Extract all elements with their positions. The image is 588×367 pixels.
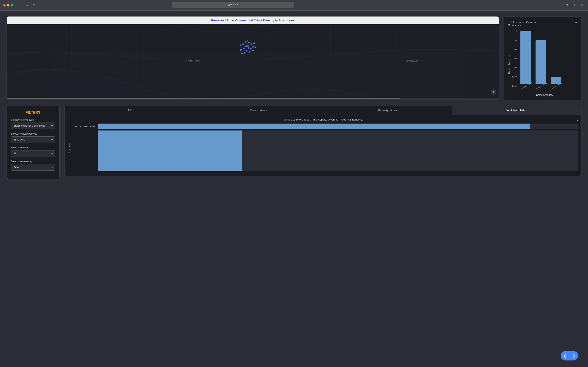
window-controls [3, 4, 13, 7]
address-bar[interactable] [172, 2, 294, 8]
map-title: Break and Enter Commercial Crime Density… [211, 18, 295, 22]
crime-dot [249, 51, 250, 53]
crime-dot [247, 45, 249, 47]
crime-dot [244, 52, 245, 54]
filter-neighborhood-label: Select the neighborhood [11, 132, 55, 135]
prev-arrow-button[interactable]: ❮ [561, 351, 570, 360]
y-axis-ticks: 1,200 1,000 800 600 400 200 0 [512, 30, 517, 87]
forward-button[interactable]: › [25, 2, 30, 8]
weekday-select[interactable]: Select... MondayTuesdayWednesday Thursda… [11, 164, 55, 171]
crime-dot [246, 50, 247, 52]
crime-dot [253, 42, 255, 44]
map-scrollbar-thumb [7, 98, 400, 99]
crime-y-axis-label: Crime types [68, 124, 70, 173]
filter-month: Select the month All JanuaryFebruaryMarc… [11, 146, 55, 157]
y-tick: 1,000 [512, 76, 517, 78]
bar-group-vehicle: Vehicle collision [550, 77, 562, 87]
h-bar-track-fatal [98, 124, 578, 129]
chart-area: Number of crime cases 1,200 1,000 800 60… [508, 30, 577, 96]
filter-crime-type-label: Select the crime type [11, 118, 55, 121]
crime-tabs: All Violent crimes Property crimes Vehic… [65, 106, 581, 115]
new-tab-button[interactable]: ＋ [572, 2, 577, 8]
filter-crime-type: Select the crime type Break and Enter Co… [11, 118, 55, 129]
crime-dot [252, 50, 254, 51]
crime-dot [248, 42, 250, 43]
h-bar-row-fatal: Vehicle collision, Fatal – [72, 124, 578, 129]
shield-icon: 🛡 [33, 4, 35, 7]
crime-chart-content: Vehicle collision: Total Crime Reports b… [65, 115, 581, 176]
bar-violent-crimes [536, 40, 546, 84]
chart-title: Total Reported Crimes in Strathcona [508, 21, 549, 27]
bar-group-property: Property crimes [520, 31, 532, 87]
crime-dot [251, 43, 252, 45]
crime-dot [254, 47, 256, 48]
crime-chart-panel: All Violent crimes Property crimes Vehic… [65, 106, 581, 176]
y-tick: 0 [516, 30, 517, 32]
map-label-vancouver: VANCOUVER [183, 59, 204, 63]
h-bar-label-fatal: Vehicle collision, Fatal – [72, 125, 96, 128]
browser-navigation: ‹ › [17, 2, 30, 8]
crime-dot [243, 48, 245, 49]
bottom-row: FILTERS Select the crime type Break and … [7, 106, 581, 179]
browser-chrome: ‹ › 🛡 ⬆ ＋ ⊞ [0, 0, 588, 11]
filter-neighborhood: Select the neighborhood Strathcona Downt… [11, 132, 55, 143]
crime-dot [245, 45, 247, 47]
filters-panel: FILTERS Select the crime type Break and … [7, 106, 60, 179]
crime-dot [240, 49, 242, 51]
tab-all[interactable]: All [65, 106, 194, 115]
y-axis-label-container: Number of crime cases [508, 30, 511, 96]
h-bar-row-injury [72, 131, 578, 171]
tab-violent-crimes[interactable]: Violent crimes [194, 106, 323, 115]
back-button[interactable]: ‹ [17, 2, 23, 8]
main-content: Break and Enter Commercial Crime Density… [0, 11, 588, 185]
y-axis-label: Number of crime cases [508, 53, 510, 74]
share-button[interactable]: ⬆ [564, 2, 570, 8]
tab-vehicle-collision[interactable]: Vehicle collision [452, 106, 581, 115]
crime-dot [250, 48, 251, 50]
crime-dot [247, 40, 248, 42]
map-title-bar: Break and Enter Commercial Crime Density… [7, 17, 499, 24]
map-roads-svg [7, 24, 499, 98]
maximize-window-btn[interactable] [11, 4, 13, 7]
chart-menu-button[interactable]: ⋯ [573, 21, 577, 24]
chart-with-bars: 1,200 1,000 800 600 400 200 0 [512, 30, 577, 96]
filter-weekday-label: Select the weekday [11, 160, 55, 163]
month-select[interactable]: All JanuaryFebruaryMarch AprilMayJune Ju… [11, 150, 55, 157]
map-panel: Break and Enter Commercial Crime Density… [7, 16, 499, 100]
map-scrollbar[interactable] [7, 98, 499, 99]
bars-container: Property crimes Violent crimes Vehicle c… [520, 30, 562, 87]
crime-type-select[interactable]: Break and Enter Commercial Theft Assault… [11, 123, 55, 129]
crime-dot [242, 43, 244, 45]
filter-weekday: Select the weekday Select... MondayTuesd… [11, 160, 55, 171]
map-info-button[interactable]: ℹ [491, 90, 496, 95]
crime-bars-area: Vehicle collision, Fatal – [70, 124, 578, 173]
filter-month-label: Select the month [11, 146, 55, 149]
y-tick: 400 [514, 48, 517, 50]
tab-property-crimes[interactable]: Property crimes [323, 106, 452, 115]
crime-chart-menu-button[interactable]: ⋯ [574, 118, 578, 123]
y-tick: 1,200 [512, 85, 517, 87]
total-crimes-chart-panel: Total Reported Crimes in Strathcona ⋯ Nu… [504, 16, 581, 101]
minimize-window-btn[interactable] [7, 4, 9, 7]
crime-dot [245, 41, 246, 43]
bar-property-crimes [520, 31, 531, 84]
next-arrow-button[interactable]: ❯ [570, 351, 578, 360]
y-tick: 600 [514, 58, 517, 59]
h-bar-fill-injury [98, 131, 242, 171]
h-bar-track-injury [98, 131, 578, 171]
x-axis-title: Crime Category [512, 94, 577, 96]
close-window-btn[interactable] [3, 4, 6, 7]
navigation-arrows: ❮ ❯ [561, 351, 578, 360]
y-tick: 200 [514, 39, 517, 41]
h-bar-fill-fatal [98, 124, 530, 129]
bar-group-violent: Violent crimes [535, 40, 546, 87]
neighborhood-select[interactable]: Strathcona Downtown Mount Pleasant Grand… [11, 136, 55, 143]
tabs-button[interactable]: ⊞ [579, 2, 585, 8]
crime-dot [240, 44, 241, 46]
top-row: Break and Enter Commercial Crime Density… [7, 16, 581, 101]
browser-action-buttons: ⬆ ＋ ⊞ [564, 2, 585, 8]
crime-dot [252, 46, 254, 48]
map-container[interactable]: VANCOUVER BURNABY [7, 24, 499, 98]
crime-chart-inner: Crime types Vehicle collision, Fatal – [68, 124, 578, 173]
bars-with-yaxis: 1,200 1,000 800 600 400 200 0 [512, 30, 577, 87]
